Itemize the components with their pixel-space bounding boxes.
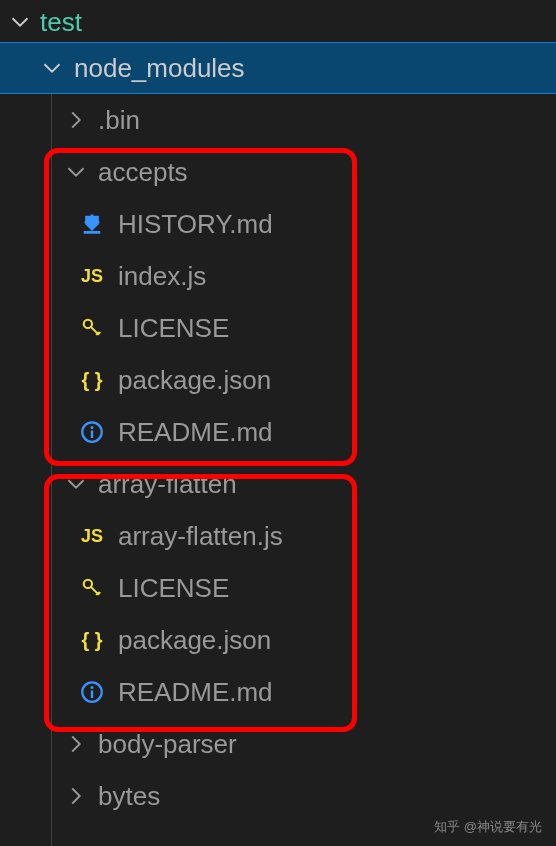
json-icon: { } — [78, 626, 106, 654]
js-icon: JS — [78, 522, 106, 550]
key-icon — [78, 574, 106, 602]
file-label: LICENSE — [118, 313, 229, 344]
folder-label: bytes — [98, 781, 160, 812]
chevron-down-icon — [8, 10, 32, 34]
file-array-flatten-js[interactable]: JS array-flatten.js — [0, 510, 556, 562]
chevron-right-icon — [64, 108, 88, 132]
file-label: HISTORY.md — [118, 209, 273, 240]
file-label: README.md — [118, 417, 273, 448]
file-package-json-2[interactable]: { } package.json — [0, 614, 556, 666]
watermark: 知乎 @神说要有光 — [434, 818, 542, 836]
file-label: index.js — [118, 261, 206, 292]
key-icon — [78, 314, 106, 342]
json-icon: { } — [78, 366, 106, 394]
folder-label: .bin — [98, 105, 140, 136]
folder-test[interactable]: test — [0, 2, 556, 42]
file-label: package.json — [118, 625, 271, 656]
file-readme-md[interactable]: README.md — [0, 406, 556, 458]
file-label: LICENSE — [118, 573, 229, 604]
chevron-right-icon — [64, 732, 88, 756]
file-package-json[interactable]: { } package.json — [0, 354, 556, 406]
file-label: README.md — [118, 677, 273, 708]
folder-label: node_modules — [74, 53, 245, 84]
chevron-down-icon — [64, 160, 88, 184]
folder-label: body-parser — [98, 729, 237, 760]
folder-node-modules[interactable]: node_modules — [0, 42, 556, 94]
chevron-right-icon — [64, 784, 88, 808]
folder-bytes[interactable]: bytes — [0, 770, 556, 822]
file-license-2[interactable]: LICENSE — [0, 562, 556, 614]
folder-label: accepts — [98, 157, 188, 188]
file-label: package.json — [118, 365, 271, 396]
folder-label: test — [40, 7, 82, 38]
js-icon: JS — [78, 262, 106, 290]
svg-point-6 — [91, 686, 94, 689]
chevron-down-icon — [64, 472, 88, 496]
info-icon — [78, 418, 106, 446]
folder-array-flatten[interactable]: array-flatten — [0, 458, 556, 510]
chevron-down-icon — [40, 56, 64, 80]
svg-rect-7 — [91, 691, 93, 699]
file-index-js[interactable]: JS index.js — [0, 250, 556, 302]
svg-rect-3 — [91, 431, 93, 439]
folder-bin[interactable]: .bin — [0, 94, 556, 146]
folder-label: array-flatten — [98, 469, 237, 500]
folder-accepts[interactable]: accepts — [0, 146, 556, 198]
svg-point-2 — [91, 426, 94, 429]
file-readme-md-2[interactable]: README.md — [0, 666, 556, 718]
file-tree: test node_modules .bin accepts HISTORY.m… — [0, 0, 556, 822]
file-label: array-flatten.js — [118, 521, 283, 552]
arrow-down-icon — [78, 210, 106, 238]
file-license[interactable]: LICENSE — [0, 302, 556, 354]
folder-body-parser[interactable]: body-parser — [0, 718, 556, 770]
info-icon — [78, 678, 106, 706]
file-history-md[interactable]: HISTORY.md — [0, 198, 556, 250]
